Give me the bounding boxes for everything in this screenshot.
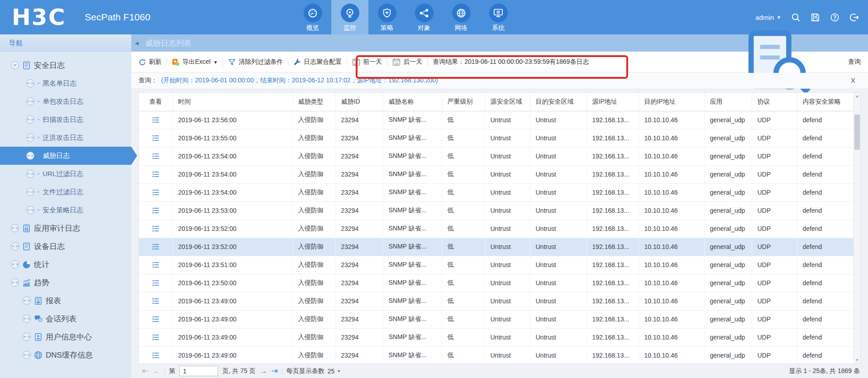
view-detail-icon[interactable] <box>152 315 160 323</box>
nav-tab[interactable]: 概览 <box>294 0 331 34</box>
view-detail-icon[interactable] <box>152 297 160 305</box>
last-page-icon[interactable]: ⇥ <box>271 367 277 375</box>
prev-page-icon[interactable]: ← <box>153 367 160 375</box>
table-row[interactable]: 2019-06-11 23:49:00 入侵防御 23294 SNMP 缺省..… <box>139 346 860 364</box>
table-row[interactable]: 2019-06-11 23:52:00 入侵防御 23294 SNMP 缺省..… <box>139 238 860 256</box>
pagination-bar: ⇤ ← 第 页, 共 75 页 → ⇥ 每页显示条数 25 ▾ 显示 1 - 2… <box>131 364 868 378</box>
protocol-cell: UDP <box>752 274 797 292</box>
sidebar-item[interactable]: 用户信息中心 <box>0 328 131 346</box>
column-header[interactable]: 威胁名称 <box>383 93 442 111</box>
dst-zone-cell: Untrust <box>530 274 587 292</box>
logout-icon[interactable] <box>849 13 859 22</box>
sidebar-item-label: 泛洪攻击日志 <box>38 134 83 142</box>
next-day-button[interactable]: → 后一天 <box>392 58 422 66</box>
column-header[interactable]: 内容安全策略 <box>797 93 860 111</box>
table-row[interactable]: 2019-06-11 23:50:00 入侵防御 23294 SNMP 缺省..… <box>139 274 860 292</box>
column-header[interactable]: 威胁类型 <box>292 93 335 111</box>
column-header[interactable]: 查看 <box>139 93 172 111</box>
clear-filter-button[interactable]: 清除列过滤条件 <box>228 58 283 66</box>
column-header[interactable]: 目的安全区域 <box>530 93 587 111</box>
view-detail-icon[interactable] <box>152 261 160 269</box>
nav-tab[interactable]: 对象 <box>405 0 443 34</box>
app-cell: general_udp <box>704 129 752 147</box>
sidebar-item-label: 应用审计日志 <box>34 223 80 234</box>
src-zone-cell: Untrust <box>485 274 530 292</box>
table-row[interactable]: 2019-06-11 23:51:00 入侵防御 23294 SNMP 缺省..… <box>139 256 860 274</box>
next-page-icon[interactable]: → <box>259 367 267 375</box>
scroll-down-arrow-icon[interactable]: ▼ <box>854 357 860 364</box>
column-header[interactable]: 严重级别 <box>442 93 485 111</box>
sidebar-item[interactable]: 安全日志 <box>0 56 131 74</box>
view-detail-icon[interactable] <box>152 170 160 178</box>
view-detail-icon[interactable] <box>152 134 160 142</box>
sidebar-item[interactable]: 应用审计日志 <box>0 219 131 237</box>
sidebar-item[interactable]: 安全策略日志 <box>0 201 131 219</box>
page-number-input[interactable] <box>179 366 218 376</box>
table-row[interactable]: 2019-06-11 23:55:00 入侵防御 23294 SNMP 缺省..… <box>139 129 860 147</box>
column-header[interactable]: 源安全区域 <box>485 93 530 111</box>
table-row[interactable]: 2019-06-11 23:52:00 入侵防御 23294 SNMP 缺省..… <box>139 220 860 238</box>
save-icon[interactable] <box>811 13 820 22</box>
sidebar-item[interactable]: 单包攻击日志 <box>0 92 131 110</box>
search-icon[interactable] <box>791 13 801 22</box>
nav-tab[interactable]: 系统 <box>480 0 517 34</box>
sidebar-item[interactable]: 趋势 <box>0 273 131 292</box>
nav-tab[interactable]: 策略 <box>368 0 405 34</box>
view-detail-icon[interactable] <box>152 188 160 196</box>
scroll-up-arrow-icon[interactable]: ▲ <box>854 93 860 100</box>
column-header[interactable]: 目的IP地址 <box>639 93 704 111</box>
view-detail-icon[interactable] <box>152 206 160 215</box>
sidebar-item[interactable]: 泛洪攻击日志 <box>0 129 131 147</box>
table-row[interactable]: 2019-06-11 23:53:00 入侵防御 23294 SNMP 缺省..… <box>139 201 860 220</box>
scrollbar-thumb[interactable] <box>854 115 860 150</box>
table-row[interactable]: 2019-06-11 23:54:00 入侵防御 23294 SNMP 缺省..… <box>139 165 860 183</box>
table-row[interactable]: 2019-06-11 23:54:00 入侵防御 23294 SNMP 缺省..… <box>139 183 860 201</box>
refresh-button[interactable]: 刷新 <box>138 58 162 66</box>
table-row[interactable]: 2019-06-11 23:54:00 入侵防御 23294 SNMP 缺省..… <box>139 147 860 165</box>
sidebar-item[interactable]: 扫描攻击日志 <box>0 110 131 129</box>
prev-day-button[interactable]: ← 前一天 <box>352 58 382 66</box>
protocol-cell: UDP <box>752 147 797 165</box>
view-detail-icon[interactable] <box>152 279 160 287</box>
nav-tab-label: 对象 <box>418 24 430 32</box>
column-header[interactable]: 协议 <box>752 93 797 111</box>
nav-tab[interactable]: 网络 <box>443 0 480 34</box>
export-excel-button[interactable]: 导出Excel ▼ <box>172 58 218 66</box>
sidebar-item[interactable]: URL过滤日志 <box>0 165 131 183</box>
view-detail-icon[interactable] <box>152 243 160 251</box>
sidebar-item[interactable]: DNS缓存信息 <box>0 346 131 364</box>
sidebar-item[interactable]: 设备日志 <box>0 237 131 255</box>
severity-cell: 低 <box>442 274 485 292</box>
view-detail-icon[interactable] <box>152 351 160 359</box>
sidebar-item[interactable]: 黑名单日志 <box>0 74 131 92</box>
sidebar-item[interactable]: 文件过滤日志 <box>0 183 131 201</box>
column-header[interactable]: 时间 <box>172 93 292 111</box>
user-menu[interactable]: admin ▼ <box>755 14 781 21</box>
sidebar-collapse-icon[interactable]: ◀ <box>134 40 140 46</box>
column-header[interactable]: 源IP地址 <box>587 93 639 111</box>
first-page-icon[interactable]: ⇤ <box>142 367 148 375</box>
sidebar-item[interactable]: 统计 <box>0 255 131 273</box>
view-detail-icon[interactable] <box>152 225 160 233</box>
query-result-text: 查询结果：2019-06-11 00:00:00-23:59:59有1869条日… <box>433 58 589 66</box>
sidebar-item[interactable]: 报表 <box>0 292 131 310</box>
help-icon[interactable] <box>830 13 839 22</box>
table-row[interactable]: 2019-06-11 23:56:00 入侵防御 23294 SNMP 缺省..… <box>139 111 860 129</box>
table-row[interactable]: 2019-06-11 23:49:00 入侵防御 23294 SNMP 缺省..… <box>139 292 860 310</box>
close-icon[interactable]: X <box>851 77 855 84</box>
view-detail-icon[interactable] <box>152 333 160 341</box>
table-row[interactable]: 2019-06-11 23:49:00 入侵防御 23294 SNMP 缺省..… <box>139 310 860 328</box>
column-header[interactable]: 应用 <box>704 93 752 111</box>
table-row[interactable]: 2019-06-11 23:49:00 入侵防御 23294 SNMP 缺省..… <box>139 328 860 346</box>
log-aggregate-config-button[interactable]: 日志聚合配置 <box>293 58 342 66</box>
view-detail-icon[interactable] <box>152 116 160 124</box>
vertical-scrollbar[interactable]: ▲ ▼ <box>854 93 860 364</box>
src-ip-cell: 192.168.13... <box>587 220 639 238</box>
column-header[interactable]: 威胁ID <box>335 93 383 111</box>
view-detail-icon[interactable] <box>152 152 160 160</box>
sidebar-item[interactable]: 会话列表 <box>0 310 131 328</box>
content-area: ◀ 威胁日志列表 刷新 导出Excel ▼ <box>131 34 868 378</box>
sidebar-item[interactable]: 威胁日志 <box>0 147 131 165</box>
nav-tab[interactable]: 监控 <box>331 0 368 34</box>
per-page-dropdown[interactable]: 每页显示条数 25 ▾ <box>286 367 340 375</box>
